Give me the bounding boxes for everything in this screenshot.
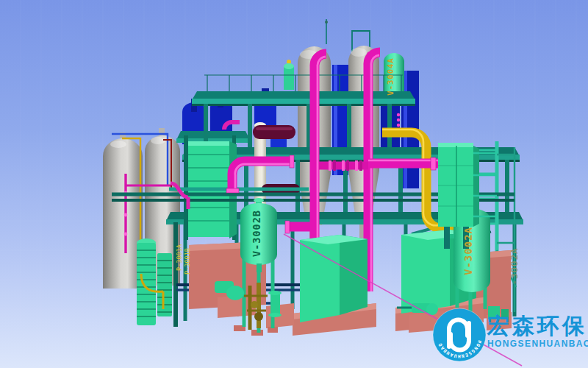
tag-v3002b: V-3002B <box>251 210 262 257</box>
small-green-drum <box>284 63 294 90</box>
tag-v3002a: V-3002A <box>462 227 474 275</box>
tag-3002a-partial: -3002A <box>509 247 520 285</box>
green-tank-box-a <box>300 235 368 322</box>
logo-name-cn: 宏森环保 <box>487 313 587 339</box>
tag-p3001b: P-3001B <box>184 248 191 275</box>
tag-p3001a: P-3001A <box>176 244 183 271</box>
logo-name-en: HONGSENHUANBAO <box>487 339 588 349</box>
cad-viewport: V-3004A V-3002B V-3002A -3002A P-3001A P… <box>0 0 588 368</box>
logo-circle <box>433 308 486 361</box>
tag-v3004a: V-3004A <box>386 57 395 95</box>
plant-3d-view: V-3004A V-3002B V-3002A -3002A P-3001A P… <box>0 0 588 368</box>
